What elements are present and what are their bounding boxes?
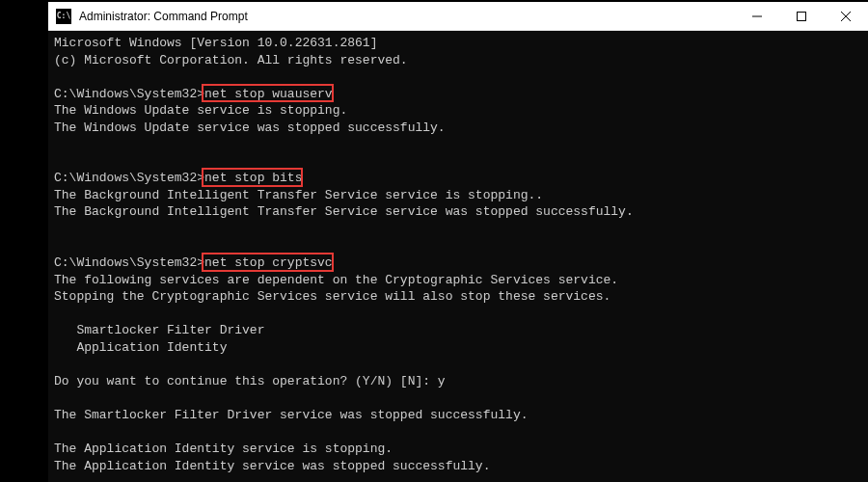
output-line: Do you want to continue this operation? … [54, 373, 862, 390]
blank-line [54, 153, 862, 171]
output-line: The Application Identity service is stop… [54, 441, 862, 458]
prompt-line: C:\Windows\System32>net stop bits [54, 170, 862, 187]
command-text: net stop cryptsvc [204, 254, 333, 272]
blank-line [54, 474, 862, 482]
output-line: The Windows Update service was stopped s… [54, 120, 862, 137]
prompt-text: C:\Windows\System32> [54, 170, 204, 187]
prompt-text: C:\Windows\System32> [54, 254, 204, 272]
window-controls [735, 2, 868, 30]
maximize-button[interactable] [779, 2, 824, 30]
output-line: Stopping the Cryptographic Services serv… [54, 288, 862, 306]
blank-line [54, 136, 862, 153]
header-line: Microsoft Windows [Version 10.0.22631.28… [54, 35, 862, 52]
blank-line [54, 221, 862, 238]
output-line: The Background Intelligent Transfer Serv… [54, 187, 862, 204]
output-line: Application Identity [54, 339, 862, 357]
terminal-body[interactable]: Microsoft Windows [Version 10.0.22631.28… [48, 31, 868, 482]
header-line: (c) Microsoft Corporation. All rights re… [54, 52, 862, 69]
titlebar[interactable]: C:\ Administrator: Command Prompt [48, 2, 868, 31]
command-text: net stop bits [204, 170, 302, 187]
svg-rect-1 [798, 12, 806, 20]
command-prompt-window: C:\ Administrator: Command Prompt Micros… [48, 2, 868, 482]
prompt-line: C:\Windows\System32>net stop cryptsvc [54, 254, 862, 272]
output-line: The Application Identity service was sto… [54, 458, 862, 475]
command-text: net stop wuauserv [204, 86, 333, 103]
output-line: The Windows Update service is stopping. [54, 102, 862, 120]
blank-line [54, 68, 862, 86]
blank-line [54, 306, 862, 323]
prompt-line: C:\Windows\System32>net stop wuauserv [54, 86, 862, 103]
output-line: The Background Intelligent Transfer Serv… [54, 203, 862, 221]
window-title: Administrator: Command Prompt [79, 10, 735, 23]
blank-line [54, 356, 862, 373]
output-line: The Smartlocker Filter Driver service wa… [54, 407, 862, 424]
close-button[interactable] [824, 2, 868, 30]
blank-line [54, 238, 862, 255]
output-line: The following services are dependent on … [54, 272, 862, 289]
output-line: Smartlocker Filter Driver [54, 322, 862, 339]
blank-line [54, 424, 862, 442]
blank-line [54, 389, 862, 407]
cmd-icon: C:\ [56, 9, 71, 24]
prompt-text: C:\Windows\System32> [54, 86, 204, 103]
minimize-button[interactable] [735, 2, 779, 30]
